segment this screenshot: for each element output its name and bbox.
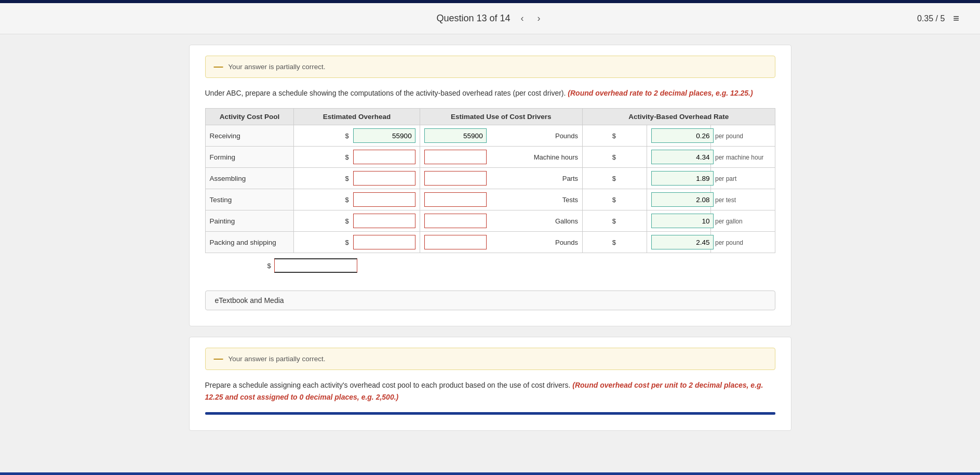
col-header-activity: Activity Cost Pool xyxy=(205,109,294,125)
rate-input[interactable] xyxy=(651,235,714,249)
cost-drivers-input[interactable] xyxy=(424,235,487,249)
table-row: Forming$Machine hours$per machine hour xyxy=(205,147,775,168)
per-unit-label: per test xyxy=(715,196,736,204)
rate-dollar-cell: $ xyxy=(583,125,647,147)
rate-cell xyxy=(647,189,710,210)
activity-name-cell: Testing xyxy=(205,189,294,210)
instruction-text-1: Under ABC, prepare a schedule showing th… xyxy=(205,87,775,99)
answer-card-2: — Your answer is partially correct. Prep… xyxy=(189,337,791,431)
dollar-icon: $ xyxy=(345,175,348,182)
partial-dash-icon-2: — xyxy=(214,353,223,364)
estimated-overhead-input[interactable] xyxy=(353,214,415,228)
rate-dollar-cell: $ xyxy=(583,147,647,168)
rate-dollar-icon: $ xyxy=(612,196,616,204)
instruction-italic: (Round overhead rate to 2 decimal places… xyxy=(568,89,753,97)
table-row: Testing$Tests$per test xyxy=(205,189,775,210)
activity-name-cell: Forming xyxy=(205,147,294,168)
nav-bar: Question 13 of 14 ‹ › 0.35 / 5 ≡ xyxy=(0,3,980,34)
per-unit-cell: per pound xyxy=(710,125,775,147)
unit-label: Pounds xyxy=(555,132,578,140)
total-dollar-sign: $ xyxy=(267,262,271,270)
col-header-estimated: Estimated Overhead xyxy=(294,109,420,125)
rate-dollar-icon: $ xyxy=(612,132,616,140)
list-icon[interactable]: ≡ xyxy=(953,12,959,24)
score-display: 0.35 / 5 xyxy=(917,14,945,23)
partial-notice-2: — Your answer is partially correct. xyxy=(205,348,775,370)
per-unit-cell: per test xyxy=(710,189,775,210)
per-unit-label: per gallon xyxy=(715,218,743,225)
col-header-costdrivers: Estimated Use of Cost Drivers xyxy=(420,109,582,125)
rate-input[interactable] xyxy=(651,192,714,207)
rate-dollar-cell: $ xyxy=(583,210,647,232)
per-unit-label: per part xyxy=(715,175,736,182)
rate-dollar-icon: $ xyxy=(612,217,616,225)
per-unit-cell: per machine hour xyxy=(710,147,775,168)
activity-name-cell: Painting xyxy=(205,210,294,232)
per-unit-cell: per pound xyxy=(710,232,775,253)
col-header-rate: Activity-Based Overhead Rate xyxy=(583,109,775,125)
cost-drivers-input[interactable] xyxy=(424,150,487,164)
per-unit-label: per machine hour xyxy=(715,154,763,161)
unit-label: Tests xyxy=(562,196,578,204)
rate-input[interactable] xyxy=(651,171,714,186)
partial-notice-text: Your answer is partially correct. xyxy=(229,63,326,71)
estimated-overhead-cell: $ xyxy=(294,189,420,210)
unit-label: Pounds xyxy=(555,239,578,246)
cost-drivers-input[interactable] xyxy=(424,128,487,143)
rate-cell xyxy=(647,210,710,232)
next-question-button[interactable]: › xyxy=(534,11,544,26)
rate-input[interactable] xyxy=(651,214,714,228)
estimated-overhead-cell: $ xyxy=(294,125,420,147)
prev-question-button[interactable]: ‹ xyxy=(518,11,527,26)
cost-drivers-cell: Pounds xyxy=(420,125,582,147)
unit-label: Gallons xyxy=(555,217,578,225)
per-unit-cell: per gallon xyxy=(710,210,775,232)
instruction-text-2: Prepare a schedule assigning each activi… xyxy=(205,379,775,403)
unit-label: Machine hours xyxy=(534,153,578,161)
rate-cell xyxy=(647,168,710,189)
dollar-icon: $ xyxy=(345,239,348,246)
estimated-overhead-cell: $ xyxy=(294,168,420,189)
table-row: Receiving$Pounds$per pound xyxy=(205,125,775,147)
per-unit-cell: per part xyxy=(710,168,775,189)
partial-dash-icon: — xyxy=(214,61,223,72)
rate-input[interactable] xyxy=(651,128,714,143)
instruction-main: Under ABC, prepare a schedule showing th… xyxy=(205,89,566,97)
cost-drivers-input[interactable] xyxy=(424,192,487,207)
estimated-overhead-cell: $ xyxy=(294,147,420,168)
rate-cell xyxy=(647,147,710,168)
table-row: Assembling$Parts$per part xyxy=(205,168,775,189)
estimated-overhead-input[interactable] xyxy=(353,128,415,143)
progress-bar xyxy=(205,412,775,415)
estimated-overhead-input[interactable] xyxy=(353,171,415,186)
abc-table: Activity Cost Pool Estimated Overhead Es… xyxy=(205,108,775,253)
dollar-icon: $ xyxy=(345,132,348,140)
activity-name-cell: Receiving xyxy=(205,125,294,147)
table-row: Packing and shipping$Pounds$per pound xyxy=(205,232,775,253)
total-overhead-input[interactable] xyxy=(274,258,357,273)
cost-drivers-input[interactable] xyxy=(424,171,487,186)
cost-drivers-input[interactable] xyxy=(424,214,487,228)
rate-dollar-cell: $ xyxy=(583,189,647,210)
question-navigation: Question 13 of 14 ‹ › xyxy=(436,11,543,26)
rate-dollar-icon: $ xyxy=(612,239,616,246)
cost-drivers-cell: Tests xyxy=(420,189,582,210)
estimated-overhead-cell: $ xyxy=(294,232,420,253)
rate-dollar-icon: $ xyxy=(612,175,616,182)
rate-dollar-icon: $ xyxy=(612,153,616,161)
per-unit-label: per pound xyxy=(715,239,743,246)
activity-name-cell: Packing and shipping xyxy=(205,232,294,253)
rate-input[interactable] xyxy=(651,150,714,164)
etextbook-button[interactable]: eTextbook and Media xyxy=(205,291,775,310)
rate-cell xyxy=(647,125,710,147)
dollar-icon: $ xyxy=(345,153,348,161)
per-unit-label: per pound xyxy=(715,133,743,140)
partial-notice-1: — Your answer is partially correct. xyxy=(205,56,775,78)
cost-drivers-cell: Gallons xyxy=(420,210,582,232)
cost-drivers-cell: Pounds xyxy=(420,232,582,253)
estimated-overhead-input[interactable] xyxy=(353,150,415,164)
estimated-overhead-input[interactable] xyxy=(353,192,415,207)
dollar-icon: $ xyxy=(345,217,348,225)
estimated-overhead-input[interactable] xyxy=(353,235,415,249)
activity-name-cell: Assembling xyxy=(205,168,294,189)
